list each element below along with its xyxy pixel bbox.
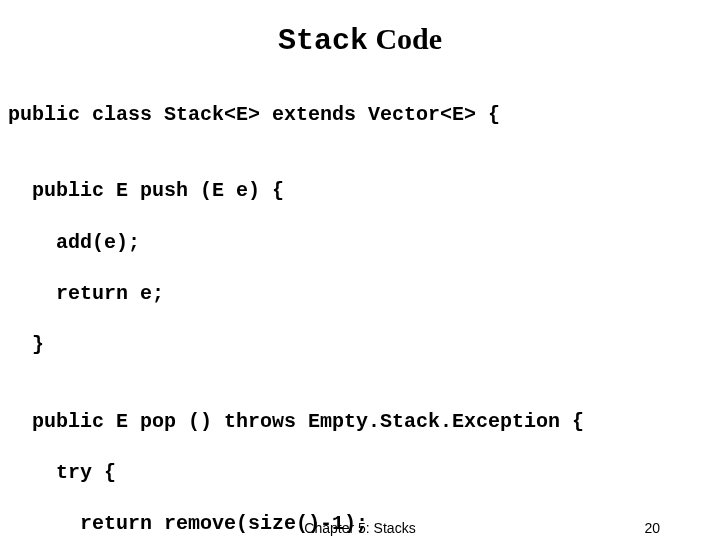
slide-title: Stack Code	[0, 22, 720, 58]
code-line: public E push (E e) {	[8, 178, 712, 204]
title-mono: Stack	[278, 24, 368, 58]
code-line: }	[8, 332, 712, 358]
code-block: public class Stack<E> extends Vector<E> …	[0, 58, 720, 540]
code-line: public class Stack<E> extends Vector<E> …	[8, 102, 712, 128]
code-line: public E pop () throws Empty.Stack.Excep…	[8, 409, 712, 435]
code-line: try {	[8, 460, 712, 486]
code-line: add(e);	[8, 230, 712, 256]
code-line: return e;	[8, 281, 712, 307]
footer-page-number: 20	[644, 520, 660, 536]
footer-chapter: Chapter 5: Stacks	[304, 520, 415, 536]
title-serif: Code	[368, 22, 442, 55]
